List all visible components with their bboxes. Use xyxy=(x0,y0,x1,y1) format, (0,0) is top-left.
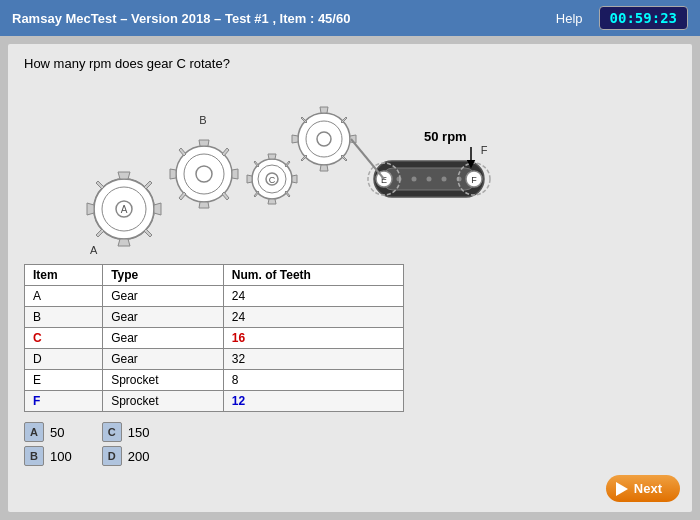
table-row: FSprocket12 xyxy=(25,391,404,412)
play-icon xyxy=(616,482,628,496)
cell-type: Gear xyxy=(103,286,224,307)
answer-label-B: B xyxy=(24,446,44,466)
main-content: How many rpm does gear C rotate? xyxy=(8,44,692,512)
answer-value-B: 100 xyxy=(50,449,72,464)
table-row: CGear16 xyxy=(25,328,404,349)
help-link[interactable]: Help xyxy=(556,11,583,26)
header: Ramsay MecTest – Version 2018 – Test #1 … xyxy=(0,0,700,36)
next-label: Next xyxy=(634,481,662,496)
answer-item-B: B 100 xyxy=(24,446,72,466)
cell-item: B xyxy=(25,307,103,328)
cell-teeth: 12 xyxy=(223,391,403,412)
table-row: ESprocket8 xyxy=(25,370,404,391)
svg-text:F: F xyxy=(481,144,488,156)
cell-type: Sprocket xyxy=(103,391,224,412)
cell-item: D xyxy=(25,349,103,370)
answer-value-A: 50 xyxy=(50,425,64,440)
next-button[interactable]: Next xyxy=(606,475,680,502)
svg-text:A: A xyxy=(90,244,98,254)
svg-point-17 xyxy=(317,132,331,146)
answer-options: A 50 B 100 C 150 D 200 xyxy=(24,422,676,466)
answer-col-right: C 150 D 200 xyxy=(102,422,150,466)
svg-text:50 rpm: 50 rpm xyxy=(424,129,467,144)
svg-text:B: B xyxy=(199,114,206,126)
cell-type: Gear xyxy=(103,349,224,370)
col-header-teeth: Num. of Teeth xyxy=(223,265,403,286)
diagram-area: A B xyxy=(24,79,676,254)
answer-label-C: C xyxy=(102,422,122,442)
table-row: DGear32 xyxy=(25,349,404,370)
col-header-type: Type xyxy=(103,265,224,286)
cell-item: A xyxy=(25,286,103,307)
answer-item-C: C 150 xyxy=(102,422,150,442)
answer-value-D: 200 xyxy=(128,449,150,464)
svg-text:C: C xyxy=(269,175,276,185)
gear-table: Item Type Num. of Teeth AGear24BGear24CG… xyxy=(24,264,404,412)
cell-teeth: 16 xyxy=(223,328,403,349)
svg-text:F: F xyxy=(471,175,477,185)
cell-teeth: 24 xyxy=(223,286,403,307)
answer-col-left: A 50 B 100 xyxy=(24,422,72,466)
next-button-area: Next xyxy=(606,475,680,502)
cell-type: Sprocket xyxy=(103,370,224,391)
svg-line-35 xyxy=(351,139,384,179)
svg-point-21 xyxy=(412,177,417,182)
cell-teeth: 8 xyxy=(223,370,403,391)
table-row: AGear24 xyxy=(25,286,404,307)
cell-item: C xyxy=(25,328,103,349)
svg-point-8 xyxy=(196,166,212,182)
svg-text:A: A xyxy=(121,204,128,215)
header-title: Ramsay MecTest – Version 2018 – Test #1 … xyxy=(12,11,350,26)
cell-item: E xyxy=(25,370,103,391)
cell-teeth: 32 xyxy=(223,349,403,370)
answer-label-D: D xyxy=(102,446,122,466)
cell-item: F xyxy=(25,391,103,412)
svg-point-23 xyxy=(442,177,447,182)
gear-diagram: A B xyxy=(24,79,514,254)
answer-item-D: D 200 xyxy=(102,446,150,466)
timer-display: 00:59:23 xyxy=(599,6,688,30)
svg-point-22 xyxy=(427,177,432,182)
col-header-item: Item xyxy=(25,265,103,286)
cell-type: Gear xyxy=(103,307,224,328)
table-row: BGear24 xyxy=(25,307,404,328)
question-text: How many rpm does gear C rotate? xyxy=(24,56,676,71)
answer-label-A: A xyxy=(24,422,44,442)
cell-teeth: 24 xyxy=(223,307,403,328)
cell-type: Gear xyxy=(103,328,224,349)
answer-item-A: A 50 xyxy=(24,422,72,442)
header-right: Help 00:59:23 xyxy=(556,6,688,30)
answer-value-C: 150 xyxy=(128,425,150,440)
